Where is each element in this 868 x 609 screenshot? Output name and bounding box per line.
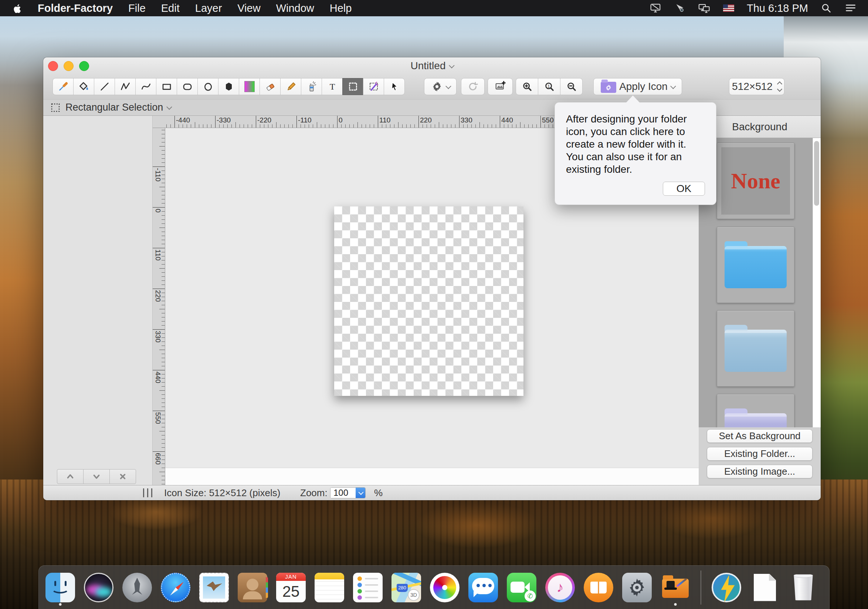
background-thumbnail-none[interactable]: None <box>717 143 794 219</box>
dock-item-document[interactable] <box>750 570 780 605</box>
dock-item-reminders[interactable] <box>353 570 383 605</box>
display-icon[interactable] <box>649 3 662 13</box>
dock-item-notes[interactable] <box>315 570 344 605</box>
rectangular-selection-tool[interactable] <box>342 78 363 95</box>
zoom-combo-box[interactable] <box>330 487 366 499</box>
zoom-actual-size-button[interactable]: 1 <box>538 78 560 95</box>
dock-item-system-preferences[interactable] <box>622 570 652 605</box>
ruler-label: -440 <box>176 116 190 124</box>
existing-image-button[interactable]: Existing Image... <box>707 465 812 478</box>
canvas-scroll-strip[interactable] <box>165 468 699 485</box>
eraser-tool[interactable] <box>259 78 281 95</box>
dock-item-folder-factory[interactable] <box>660 570 690 605</box>
chevron-down-icon[interactable] <box>166 104 172 110</box>
rounded-rectangle-tool[interactable] <box>177 78 198 95</box>
menu-window[interactable]: Window <box>276 2 314 14</box>
dock-item-photos[interactable] <box>430 570 459 605</box>
background-scrollbar[interactable] <box>812 138 821 427</box>
magic-selection-tool[interactable] <box>363 78 384 95</box>
rectangle-tool[interactable] <box>156 78 177 95</box>
dock-item-calendar[interactable]: JAN 25 <box>276 570 306 605</box>
none-label: None <box>731 168 780 194</box>
dock-item-messages[interactable] <box>468 570 498 605</box>
menu-bar: Folder-Factory File Edit Layer View Wind… <box>0 0 868 16</box>
zoom-value-input[interactable] <box>330 488 356 498</box>
rotate-button[interactable] <box>461 78 485 95</box>
selection-mode-label[interactable]: Rectangular Selection <box>65 102 163 113</box>
zoom-dropdown-icon[interactable] <box>356 488 365 498</box>
window-titlebar[interactable]: Untitled <box>43 57 821 75</box>
zoom-in-button[interactable] <box>516 78 538 95</box>
siri-icon <box>84 573 113 602</box>
stepper-arrows-icon[interactable] <box>778 82 781 91</box>
polyline-tool[interactable] <box>115 78 136 95</box>
ruler-label: 440 <box>501 116 513 124</box>
line-tool[interactable] <box>94 78 115 95</box>
add-image-button[interactable] <box>488 78 513 95</box>
curve-tool[interactable] <box>135 78 157 95</box>
app-menu-title[interactable]: Folder-Factory <box>38 2 113 14</box>
background-thumbnail-blue-folder[interactable] <box>717 227 794 303</box>
background-thumbnail-light-folder[interactable] <box>717 311 794 387</box>
safari-icon <box>161 573 191 602</box>
notification-list-icon[interactable] <box>844 3 857 13</box>
title-chevron-icon[interactable] <box>449 62 455 68</box>
dock-item-ibooks[interactable] <box>584 570 613 605</box>
us-flag-icon[interactable] <box>722 3 735 13</box>
dock-item-siri[interactable] <box>84 570 113 605</box>
maps-icon: 280 3D <box>392 573 421 602</box>
transparent-canvas[interactable] <box>334 207 524 396</box>
apply-icon-button[interactable]: Apply Icon <box>593 78 682 95</box>
menu-help[interactable]: Help <box>330 2 352 14</box>
cursor-tool[interactable] <box>384 78 405 95</box>
displays-icon[interactable] <box>698 3 710 13</box>
gear-actions-button[interactable] <box>424 78 457 95</box>
menu-clock[interactable]: Thu 6:18 PM <box>747 2 808 14</box>
dock-item-trash[interactable] <box>789 570 818 605</box>
ellipse-tool[interactable] <box>197 78 219 95</box>
dock-item-mail[interactable] <box>199 570 229 605</box>
move-layer-down-button[interactable] <box>83 469 110 484</box>
gradient-tool[interactable] <box>239 78 260 95</box>
splitter-handle[interactable] <box>143 488 152 497</box>
running-indicator <box>674 603 677 606</box>
fill-bucket-tool[interactable] <box>73 78 94 95</box>
zoom-out-button[interactable] <box>560 78 583 95</box>
dock-item-finder[interactable] <box>45 570 75 605</box>
scrollbar-thumb[interactable] <box>814 141 819 206</box>
move-layer-up-button[interactable] <box>57 469 84 484</box>
ruler-label: 440 <box>154 371 162 383</box>
background-list[interactable]: None <box>699 138 821 427</box>
existing-folder-button[interactable]: Existing Folder... <box>707 447 812 461</box>
search-icon[interactable] <box>820 3 832 13</box>
set-as-background-button[interactable]: Set As Background <box>707 429 812 443</box>
trash-icon <box>793 575 814 601</box>
menu-layer[interactable]: Layer <box>195 2 222 14</box>
menu-view[interactable]: View <box>237 2 260 14</box>
menu-file[interactable]: File <box>128 2 146 14</box>
chevron-down-icon <box>445 83 451 89</box>
apple-menu-icon[interactable] <box>12 3 22 14</box>
polygon-tool[interactable] <box>218 78 239 95</box>
notes-icon <box>315 573 344 602</box>
dock-item-lightning-app[interactable] <box>711 570 741 605</box>
airbrush-tool[interactable] <box>301 78 322 95</box>
ok-button[interactable]: OK <box>663 182 705 196</box>
pencil-tool[interactable] <box>280 78 301 95</box>
dock-item-contacts[interactable] <box>238 570 267 605</box>
menu-edit[interactable]: Edit <box>161 2 180 14</box>
delete-layer-button[interactable] <box>109 469 136 484</box>
eyedropper-tool[interactable] <box>53 78 74 95</box>
icon-size-stepper[interactable]: 512×512 <box>729 78 784 95</box>
zoom-button-group: 1 <box>516 78 583 95</box>
dock-item-maps[interactable]: 280 3D <box>392 570 421 605</box>
dock-item-safari[interactable] <box>161 570 191 605</box>
dock-item-launchpad[interactable] <box>122 570 152 605</box>
dock-item-facetime[interactable]: ✆ <box>507 570 536 605</box>
text-tool[interactable]: T <box>322 78 343 95</box>
pointer-icon[interactable] <box>674 3 686 13</box>
svg-text:1: 1 <box>547 84 549 89</box>
dock-item-itunes[interactable]: ♪ <box>545 570 575 605</box>
desktop: Folder-Factory File Edit Layer View Wind… <box>0 0 868 609</box>
background-thumbnail-purple-folder[interactable] <box>717 394 794 427</box>
